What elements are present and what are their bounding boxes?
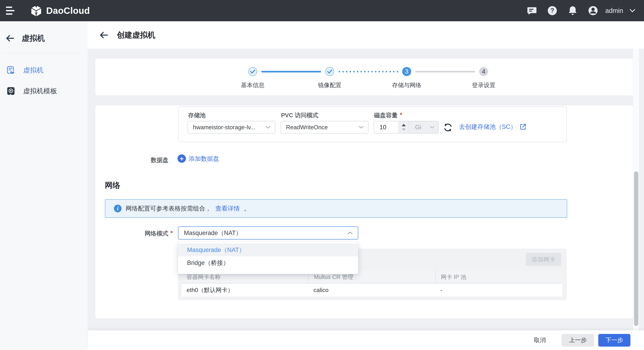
quantity-stepper[interactable] xyxy=(398,121,408,133)
sidebar-item-vm-template[interactable]: 虚拟机模板 xyxy=(0,80,88,102)
vm-icon xyxy=(7,66,15,74)
sidebar-item-label: 虚拟机 xyxy=(23,66,44,75)
back-arrow-icon[interactable] xyxy=(100,32,108,39)
dropdown-option-bridge[interactable]: Bridge（桥接） xyxy=(178,256,358,269)
step-number: 3 xyxy=(402,67,411,76)
chevron-down-icon xyxy=(430,126,434,129)
sidebar-head: 虚拟机 xyxy=(0,21,88,44)
step-login-settings: 4 登录设置 xyxy=(445,59,522,95)
external-link-icon xyxy=(520,124,526,130)
brand-name: DaoCloud xyxy=(46,6,90,16)
step-check-icon xyxy=(325,67,334,76)
create-storage-pool-link[interactable]: 去创建存储池（SC） xyxy=(459,123,526,131)
divider xyxy=(3,53,80,54)
plus-icon: + xyxy=(178,154,186,163)
brand: DaoCloud xyxy=(30,4,90,17)
nic-table: 容器网卡名称 Multus CR 管理 网卡 IP 池 eth0（默认网卡） c… xyxy=(182,271,562,296)
network-mode-label: 网络模式* xyxy=(145,230,173,238)
form-card: 存储池 PVC 访问模式 磁盘容量* hwameistor-storage-lv… xyxy=(95,106,635,318)
banner-detail-link[interactable]: 查看详情 xyxy=(215,204,240,212)
step-number: 4 xyxy=(479,67,488,76)
topbar-right: ? admin xyxy=(527,6,636,16)
add-nic-button[interactable]: 添加网卡 xyxy=(526,253,561,266)
disk-size-input-group: 10 Gi xyxy=(374,121,438,134)
step-check-icon xyxy=(248,67,257,76)
step-label: 镜像配置 xyxy=(291,81,368,89)
step-storage-network: 3 存储与网络 xyxy=(368,59,445,95)
chevron-down-icon xyxy=(358,126,364,129)
cell-nic-name: eth0（默认网卡） xyxy=(182,284,308,296)
network-mode-select[interactable]: Masquerade（NAT） xyxy=(178,226,358,240)
table-row: eth0（默认网卡） calico - xyxy=(182,284,562,296)
refresh-icon[interactable] xyxy=(443,123,453,132)
stepper: 基本信息 镜像配置 3 存储与网络 4 登录设置 xyxy=(214,59,522,95)
scrollbar-thumb[interactable] xyxy=(634,172,638,326)
step-label: 登录设置 xyxy=(445,81,522,89)
dropdown-option-masquerade[interactable]: Masquerade（NAT） xyxy=(178,243,358,256)
sidebar-item-vm[interactable]: 虚拟机 xyxy=(0,60,88,80)
banner-suffix: 。 xyxy=(244,204,250,212)
network-mode-dropdown: Masquerade（NAT） Bridge（桥接） xyxy=(178,242,358,274)
topbar: DaoCloud ? xyxy=(0,0,644,21)
user-name[interactable]: admin xyxy=(605,7,623,14)
chat-icon[interactable] xyxy=(527,6,537,16)
disk-size-input[interactable]: 10 xyxy=(374,121,398,133)
pvc-mode-select[interactable]: ReadWriteOnce xyxy=(280,121,368,134)
hamburger-menu-icon[interactable] xyxy=(6,6,15,15)
avatar[interactable] xyxy=(588,6,598,16)
chevron-up-icon xyxy=(347,231,353,234)
info-icon: i xyxy=(114,205,122,212)
daocloud-logo-icon xyxy=(30,4,42,17)
sidebar: 虚拟机 虚拟机 xyxy=(0,21,88,350)
help-icon[interactable]: ? xyxy=(547,6,557,16)
cancel-button[interactable]: 取消 xyxy=(534,336,546,344)
required-asterisk: * xyxy=(170,230,173,238)
data-disk-label: 数据盘 xyxy=(151,156,168,164)
scrollbar-track[interactable] xyxy=(633,49,639,330)
step-basic-info: 基本信息 xyxy=(214,59,291,95)
prev-step-button[interactable]: 上一步 xyxy=(562,334,594,346)
step-label: 存储与网络 xyxy=(368,81,445,89)
disk-size-label: 磁盘容量* xyxy=(374,112,402,119)
page-title: 创建虚拟机 xyxy=(117,30,155,40)
stepper-up-icon[interactable] xyxy=(402,124,406,126)
network-info-banner: i 网络配置可参考表格按需组合， 查看详情 。 xyxy=(105,199,567,218)
chevron-down-icon xyxy=(266,126,271,129)
svg-text:?: ? xyxy=(550,7,554,14)
page: DaoCloud ? xyxy=(0,0,644,350)
stepper-card: 基本信息 镜像配置 3 存储与网络 4 登录设置 xyxy=(95,59,635,95)
footer-bar: 取消 上一步 下一步 xyxy=(88,330,644,350)
required-asterisk: * xyxy=(400,112,402,119)
system-disk-box: 存储池 PVC 访问模式 磁盘容量* hwameistor-storage-lv… xyxy=(178,106,567,142)
storage-pool-label: 存储池 xyxy=(188,112,206,119)
stepper-down-icon[interactable] xyxy=(402,128,406,131)
vm-template-icon xyxy=(7,87,15,95)
sidebar-item-label: 虚拟机模板 xyxy=(23,86,57,96)
column-header: 网卡 IP 池 xyxy=(436,271,562,283)
storage-pool-select[interactable]: hwameistor-storage-lv... xyxy=(188,121,275,134)
banner-text: 网络配置可参考表格按需组合， xyxy=(126,204,211,212)
content: 基本信息 镜像配置 3 存储与网络 4 登录设置 xyxy=(88,49,644,330)
disk-unit-select[interactable]: Gi xyxy=(408,121,438,133)
pvc-mode-label: PVC 访问模式 xyxy=(281,112,318,119)
step-label: 基本信息 xyxy=(214,81,291,89)
user-chevron-down-icon[interactable] xyxy=(630,9,636,12)
add-data-disk-button[interactable]: + 添加数据盘 xyxy=(178,154,219,163)
cell-multus-cr: calico xyxy=(308,284,435,296)
cell-ip-pool: - xyxy=(436,284,562,296)
step-image-config: 镜像配置 xyxy=(291,59,368,95)
sidebar-title: 虚拟机 xyxy=(22,33,45,44)
bell-icon[interactable] xyxy=(568,6,578,16)
page-header: 创建虚拟机 xyxy=(88,21,644,49)
back-arrow-icon[interactable] xyxy=(6,35,14,42)
network-section-heading: 网络 xyxy=(105,180,120,190)
next-step-button[interactable]: 下一步 xyxy=(598,334,630,346)
